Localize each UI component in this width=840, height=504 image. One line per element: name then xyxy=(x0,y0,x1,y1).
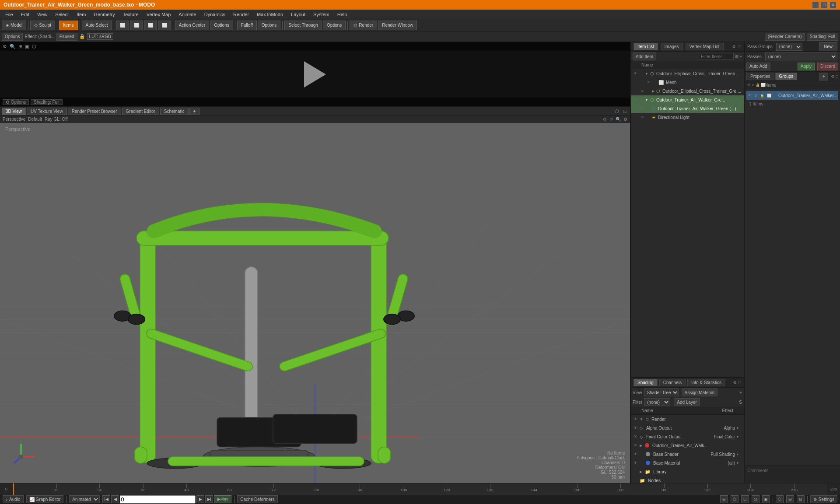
model-btn[interactable]: ◈ Model xyxy=(2,21,26,30)
menu-layout[interactable]: Layout xyxy=(287,11,309,18)
list-item[interactable]: 👁 ⬡ Outdoor_Trainer_Air_Walker_Green (..… xyxy=(631,104,744,113)
vp-icon4[interactable]: ⚙ xyxy=(623,117,627,122)
viewport-icon2[interactable]: □ xyxy=(622,108,628,114)
graph-editor-btn[interactable]: 📈 Graph Editor xyxy=(26,495,64,503)
lock-icon[interactable] xyxy=(646,88,651,94)
vp-settings-icon[interactable]: ⚙ xyxy=(603,117,607,122)
tab-item-list[interactable]: Item List xyxy=(634,43,658,50)
render-window-btn[interactable]: Render Window xyxy=(378,21,417,30)
bb-icon2[interactable]: ⬡ xyxy=(731,495,738,503)
options2-btn[interactable]: Options xyxy=(258,21,280,30)
tab-vertex-map-list[interactable]: Vertex Map List xyxy=(686,43,724,50)
tab-render-preset[interactable]: Render Preset Browser xyxy=(68,108,121,115)
menu-vertex-map[interactable]: Vertex Map xyxy=(143,11,175,18)
lock-icon[interactable] xyxy=(639,71,644,76)
action-center-btn[interactable]: Action Center xyxy=(175,21,210,30)
menu-select[interactable]: Select xyxy=(52,11,72,18)
new-pass-btn[interactable]: New xyxy=(819,42,837,51)
toolbar-icon1[interactable]: ⬜ xyxy=(116,21,129,30)
tab-3d-view[interactable]: 3D View xyxy=(2,108,26,115)
vp-reset-icon[interactable]: ↺ xyxy=(609,117,613,122)
bb-icon8[interactable]: ⊡ xyxy=(797,495,805,503)
expand-icon[interactable]: ▶ xyxy=(640,444,642,448)
menu-help[interactable]: Help xyxy=(334,11,351,18)
shader-eye[interactable]: 👁 xyxy=(633,416,638,422)
filter-items-input[interactable] xyxy=(699,53,734,60)
paused-btn[interactable]: Paused xyxy=(56,33,77,41)
shader-row[interactable]: 👁 Base Shader Full Shading ▾ xyxy=(631,450,744,458)
tab-info-statistics[interactable]: Info & Statistics xyxy=(687,379,725,386)
apply-btn[interactable]: Apply xyxy=(798,63,815,70)
preview-icon4[interactable]: ▣ xyxy=(25,44,29,49)
discard-btn[interactable]: Discard xyxy=(817,63,838,70)
menu-texture[interactable]: Texture xyxy=(119,11,142,18)
options3-btn[interactable]: Options xyxy=(323,21,346,30)
render-btn[interactable]: ◎ Render xyxy=(350,21,377,30)
menu-edit[interactable]: Edit xyxy=(18,11,33,18)
lock-icon[interactable] xyxy=(646,115,651,120)
tab-add[interactable]: + xyxy=(189,108,200,115)
preview-zoom-icon[interactable]: 🔍 xyxy=(10,44,16,49)
tab-uv-texture[interactable]: UV Texture View xyxy=(27,108,67,115)
falloff-btn[interactable]: Falloff xyxy=(237,21,257,30)
expand-icon[interactable]: ▶ xyxy=(640,470,642,474)
menu-maxtomodo[interactable]: MaxToModo xyxy=(253,11,287,18)
eye-icon[interactable]: 👁 xyxy=(640,88,645,94)
add-layer-btn[interactable]: Add Layer xyxy=(674,398,700,406)
settings-btn[interactable]: ⚙ Settings xyxy=(810,495,837,503)
eye-icon[interactable]: 👁 xyxy=(640,106,645,111)
shader-eye[interactable]: 👁 xyxy=(633,443,638,448)
eye-icon[interactable]: 👁 xyxy=(646,80,651,85)
tab-shading[interactable]: Shading xyxy=(634,379,658,386)
item-list-content[interactable]: 👁 ▼ ⬡ Outdoor_Elliptical_Cross_Trainer_G… xyxy=(631,69,744,377)
add-item-btn[interactable]: Add Item xyxy=(633,52,656,60)
prop-icon2[interactable]: □ xyxy=(836,74,838,79)
minimize-btn[interactable]: ─ xyxy=(812,1,819,8)
next-frame-btn[interactable]: ▶ xyxy=(196,495,204,503)
options1-btn[interactable]: Options xyxy=(210,21,233,30)
options-btn[interactable]: Options xyxy=(2,33,23,41)
il-icon2[interactable]: □ xyxy=(738,44,741,49)
shader-row[interactable]: 👁 Base Material (all) ▾ xyxy=(631,458,744,467)
menu-view[interactable]: View xyxy=(34,11,51,18)
render-camera-btn[interactable]: (Render Camera) xyxy=(765,33,805,41)
shader-eye[interactable]: 👁 xyxy=(633,460,638,466)
menu-render[interactable]: Render xyxy=(230,11,252,18)
menu-file[interactable]: File xyxy=(2,11,17,18)
lock-icon[interactable] xyxy=(652,80,658,85)
bb-icon4[interactable]: ◎ xyxy=(752,495,760,503)
viewport-3d[interactable]: No Items Polygons : Catmull-Clark Channe… xyxy=(0,123,630,483)
shader-row[interactable]: 👁 ▼ □ Render xyxy=(631,415,744,424)
shading-content[interactable]: 👁 ▼ □ Render 👁 ◇ Alpha Output Alpha ▾ 👁 … xyxy=(631,415,744,483)
eye-icon[interactable]: 👁 xyxy=(640,115,645,120)
menu-dynamics[interactable]: Dynamics xyxy=(201,11,229,18)
assign-material-btn[interactable]: Assign Material xyxy=(682,388,718,396)
tab-channels[interactable]: Channels xyxy=(659,379,686,386)
il-lock-icon[interactable]: F xyxy=(739,54,742,59)
menu-geometry[interactable]: Geometry xyxy=(90,11,118,18)
add-group-btn[interactable]: + xyxy=(819,73,828,80)
expand-icon[interactable]: ▶ xyxy=(652,89,654,93)
bb-icon5[interactable]: ▣ xyxy=(762,495,770,503)
list-item[interactable]: 👁 ☀ Directional Light xyxy=(631,113,744,122)
playhead[interactable] xyxy=(13,483,14,495)
shader-row[interactable]: 👁 ◇ Final Color Output Final Color ▾ xyxy=(631,432,744,441)
eye-icon[interactable]: 👁 xyxy=(633,97,638,102)
shader-row[interactable]: 📁 Nodes xyxy=(631,476,744,483)
goto-start-btn[interactable]: |◀ xyxy=(102,495,110,503)
bb-icon3[interactable]: ⊡ xyxy=(741,495,749,503)
preview-settings-icon[interactable]: ⚙ xyxy=(3,44,7,49)
expand-icon[interactable]: ▼ xyxy=(645,72,648,76)
vp-zoom-icon[interactable]: 🔍 xyxy=(616,117,621,122)
shading-icon2[interactable]: □ xyxy=(738,380,741,385)
tab-schematic[interactable]: Schematic xyxy=(160,108,189,115)
timeline-ruler[interactable]: 0 12 24 36 48 60 72 84 96 108 120 132 14… xyxy=(13,483,827,495)
prop-settings-icon[interactable]: ⚙ xyxy=(831,74,835,79)
auto-add-btn[interactable]: Auto Add xyxy=(746,63,770,70)
shader-row[interactable]: 👁 ▶ Outdoor_Trainer_Air_Walk... xyxy=(631,441,744,450)
auto-select-btn[interactable]: Auto Select xyxy=(82,21,112,30)
expand-icon[interactable]: ▼ xyxy=(640,417,643,421)
sculpt-btn[interactable]: ◇ Sculpt xyxy=(30,21,55,30)
audio-btn[interactable]: ♪ Audio xyxy=(3,495,24,503)
list-item[interactable]: 👁 ▶ ⬡ Outdoor_Elliptical_Cross_Trainer_G… xyxy=(631,87,744,95)
